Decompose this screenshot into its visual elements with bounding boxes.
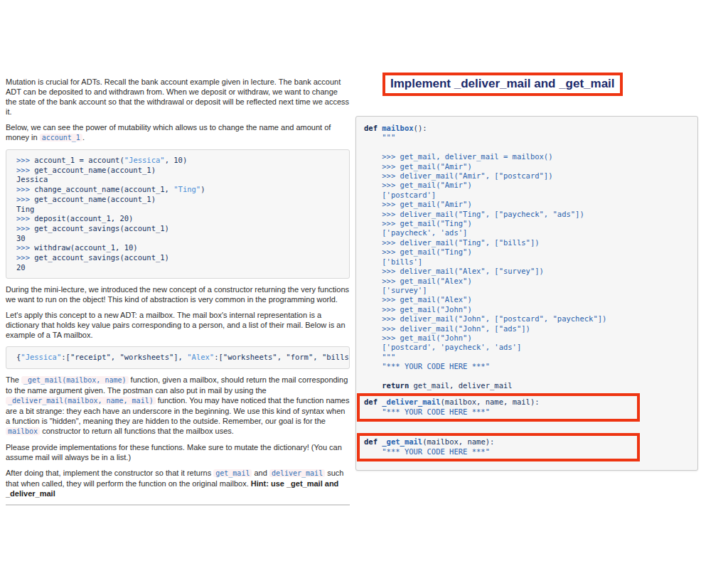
code-token: >>> get_mail("Alex") [364,295,472,304]
code-token: (): [414,124,427,132]
paragraph-intro-mutation: Mutation is crucial for ADTs. Recall the… [6,77,350,117]
code-line: >>> get_mail("John") [364,305,690,314]
code-token: """ [364,353,395,361]
left-column: Mutation is crucial for ADTs. Recall the… [6,77,350,506]
code-token: >>> [16,253,34,262]
code-token: >>> get_mail("Amir") [364,181,472,189]
code-line: >>> get_mail("Amir") [364,162,690,171]
code-line: >>> get_account_savings(account_1) [16,224,345,234]
code-line: 20 [16,263,345,273]
code-token: 30 [16,234,26,242]
code-token: def [364,397,382,406]
code-line: >>> change_account_name(account_1, "Ting… [16,185,345,195]
code-line: >>> get_mail("Ting") [364,219,690,228]
code-line: {"Jessica":["receipt", "worksheets"], "A… [16,353,345,363]
code-token: mailbox [382,124,413,132]
section-title-highlight-box: Implement _deliver_mail and _get_mail [382,73,623,96]
paragraph-text: and [252,469,269,477]
code-line: Jessica [16,175,345,185]
code-token: ['survey'] [364,286,427,294]
inline-code: deliver_mail [269,469,325,477]
code-token: >>> get_mail("Amir") [364,200,472,208]
get-mail-highlight-box: def _get_mail(mailbox, name): "*** YOUR … [357,433,640,461]
code-token: >>> [16,185,34,193]
code-line [364,372,690,381]
code-line: return get_mail, deliver_mail [364,381,690,390]
mailbox-function-code: def mailbox(): """ >>> get_mail, deliver… [364,124,690,390]
code-line: def _get_mail(mailbox, name): [364,437,637,447]
paragraph-mini-lecture: During the mini-lecture, we introduced t… [6,284,350,304]
code-token: >>> [16,195,34,203]
code-token: (mailbox, name): [422,437,494,446]
code-line: >>> withdraw(account_1, 10) [16,243,345,253]
code-token: "*** YOUR CODE HERE ***" [364,447,490,456]
paragraph-text: During the mini-lecture, we introduced t… [6,285,349,304]
code-line: >>> get_mail("Alex") [364,277,690,286]
code-token: >>> get_mail("Alex") [364,277,472,285]
code-line: >>> get_mail("Amir") [364,181,690,190]
code-line: >>> get_mail("Ting") [364,247,690,257]
code-token: Jessica [16,175,48,183]
code-line: >>> get_mail("Amir") [364,200,690,209]
code-token: get_account_savings(account_1) [34,224,169,233]
code-token: def [364,437,382,446]
code-line: >>> get_mail("John") [364,333,690,343]
section-title: Implement _deliver_mail and _get_mail [390,77,615,90]
code-token: , 10) [165,156,188,164]
code-token: ['postcard'] [364,191,436,199]
code-token: "*** YOUR CODE HERE ***" [364,362,490,370]
code-token: >>> deliver_mail("John", ["ads"]) [364,324,530,333]
code-line: >>> get_account_savings(account_1) [16,253,345,263]
paragraph-text: After doing that, implement the construc… [6,469,213,477]
code-line: >>> deliver_mail("Alex", ["survey"]) [364,267,690,276]
paragraph-text: The [6,375,21,384]
code-line: 30 [16,234,345,244]
code-token: >>> get_mail("Amir") [364,162,472,171]
code-line: >>> deliver_mail("John", ["ads"]) [364,324,690,333]
code-line: ['survey'] [364,286,690,295]
section-divider [6,504,350,506]
code-token: change_account_name(account_1, [34,185,173,193]
code-line: ['paycheck', 'ads'] [364,228,690,237]
code-line: """ [364,133,690,142]
code-token: >>> deliver_mail("John", ["postcard", "p… [364,314,606,323]
code-line: def mailbox(): [364,124,690,133]
code-line [364,143,690,152]
code-line: >>> get_mail("Alex") [364,295,690,304]
code-token: Ting [16,205,34,213]
code-token: >>> get_mail("Ting") [364,219,472,228]
code-token: withdraw(account_1, 10) [34,243,137,252]
code-token: >>> get_mail("John") [364,305,472,314]
code-token: _get_mail [382,437,422,446]
code-token: >>> deliver_mail("Ting", ["bills"]) [364,238,540,247]
code-token: "Jessica" [124,156,165,164]
code-token: get_account_savings(account_1) [34,253,169,262]
code-token: deposit(account_1, 20) [34,214,133,223]
code-token: ) [200,185,205,193]
code-line: >>> get_account_name(account_1) [16,195,345,205]
code-token: def [364,124,382,132]
code-token: """ [364,133,395,142]
code-line: Ting [16,205,345,215]
code-token: :["receipt", "worksheets"], [61,353,187,361]
code-token: >>> deliver_mail("Amir", ["postcard"]) [364,171,553,180]
code-line: "*** YOUR CODE HERE ***" [364,447,637,456]
code-token: >>> get_mail("Ting") [364,247,472,256]
code-line: "*** YOUR CODE HERE ***" [364,407,637,417]
code-token: ['postcard', 'paycheck', 'ads'] [364,343,521,351]
code-token: account_1 = account( [34,156,124,164]
code-line: >>> account_1 = account("Jessica", 10) [16,156,345,166]
paragraph-text: Let's apply this concept to a new ADT: a… [6,311,346,339]
inline-code: _get_mail(mailbox, name) [21,376,129,384]
code-line: ['postcard', 'paycheck', 'ads'] [364,343,690,352]
code-token: >>> deliver_mail("Ting", ["paycheck", "a… [364,210,584,218]
code-token: 20 [16,263,26,272]
code-line: >>> deliver_mail("Amir", ["postcard"]) [364,171,690,181]
code-token: >>> [16,214,34,223]
deliver-mail-highlight-box: def _deliver_mail(mailbox, name, mail): … [357,393,640,422]
code-line: ['bills'] [364,257,690,267]
code-token: >>> [16,224,34,233]
code-line: "*** YOUR CODE HERE ***" [364,362,690,371]
code-token: get_mail, deliver_mail [414,381,513,390]
code-token: get_account_name(account_1) [34,195,156,203]
